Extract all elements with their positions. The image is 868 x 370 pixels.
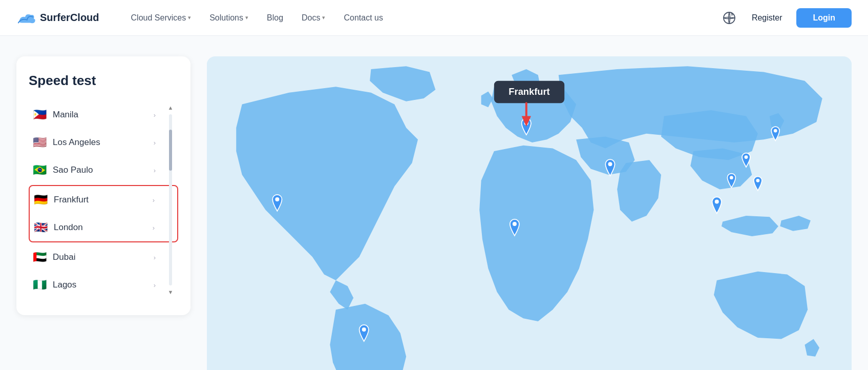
world-map-svg: Frankfurt — [207, 56, 852, 370]
register-button[interactable]: Register — [746, 9, 789, 27]
scroll-up-button[interactable]: ▲ — [166, 103, 175, 112]
scroll-down-button[interactable]: ▼ — [166, 287, 175, 297]
svg-point-8 — [715, 200, 719, 204]
flag-dubai: 🇦🇪 — [33, 251, 47, 264]
nav-item-blog[interactable]: Blog — [260, 9, 290, 27]
flag-sao-paulo: 🇧🇷 — [33, 163, 47, 177]
city-name-manila: Manila — [53, 110, 154, 120]
city-item-sao-paulo[interactable]: 🇧🇷 Sao Paulo › — [29, 156, 178, 184]
svg-point-4 — [362, 327, 366, 332]
city-item-dubai[interactable]: 🇦🇪 Dubai › — [29, 243, 178, 271]
chevron-right-icon: › — [153, 196, 155, 204]
scroll-track — [169, 114, 172, 285]
chevron-down-icon: ▾ — [188, 14, 191, 21]
city-item-lagos[interactable]: 🇳🇬 Lagos › — [29, 271, 178, 299]
flag-london: 🇬🇧 — [34, 221, 48, 234]
city-name-sao-paulo: Sao Paulo — [53, 165, 154, 175]
chevron-right-icon: › — [154, 281, 156, 289]
nav-label-docs: Docs — [302, 13, 320, 23]
city-list-container: 🇵🇭 Manila › 🇺🇸 Los Angeles › 🇧🇷 Sao Paul… — [29, 101, 178, 299]
chevron-right-icon: › — [154, 111, 156, 119]
flag-frankfurt: 🇩🇪 — [34, 193, 48, 207]
chevron-down-icon: ▾ — [245, 14, 248, 21]
chevron-right-icon: › — [154, 139, 156, 147]
city-item-los-angeles[interactable]: 🇺🇸 Los Angeles › — [29, 129, 178, 156]
svg-point-3 — [275, 197, 279, 201]
tooltip-text: Frankfurt — [509, 86, 549, 97]
city-name-london: London — [54, 222, 153, 233]
logo-text: SurferCloud — [40, 12, 99, 24]
chevron-right-icon: › — [154, 254, 156, 261]
chevron-right-icon: › — [153, 224, 155, 232]
nav-links: Cloud Services ▾ Solutions ▾ Blog Docs ▾… — [124, 9, 721, 27]
selected-cities-group: 🇩🇪 Frankfurt › 🇬🇧 London › — [29, 185, 178, 242]
login-button[interactable]: Login — [796, 8, 852, 28]
city-name-lagos: Lagos — [53, 280, 154, 290]
svg-point-6 — [608, 162, 612, 166]
main-content: Speed test 🇵🇭 Manila › 🇺🇸 Los Angeles › — [0, 36, 868, 370]
nav-label-contact: Contact us — [344, 13, 383, 23]
chevron-down-icon: ▾ — [322, 14, 325, 21]
city-name-dubai: Dubai — [53, 252, 154, 262]
svg-point-7 — [513, 222, 517, 226]
flag-los-angeles: 🇺🇸 — [33, 136, 47, 149]
map-area: Frankfurt — [207, 56, 852, 370]
sidebar-card: Speed test 🇵🇭 Manila › 🇺🇸 Los Angeles › — [16, 56, 190, 315]
logo[interactable]: SurferCloud — [16, 8, 99, 28]
nav-label-blog: Blog — [267, 13, 283, 23]
svg-point-12 — [756, 179, 759, 182]
nav-right: $ Register Login — [721, 8, 852, 28]
nav-item-cloud-services[interactable]: Cloud Services ▾ — [124, 9, 199, 27]
city-name-los-angeles: Los Angeles — [53, 137, 154, 148]
nav-item-docs[interactable]: Docs ▾ — [294, 9, 332, 27]
city-item-frankfurt[interactable]: 🇩🇪 Frankfurt › — [30, 186, 177, 214]
flag-manila: 🇵🇭 — [33, 108, 47, 121]
city-item-manila[interactable]: 🇵🇭 Manila › — [29, 101, 178, 129]
nav-label-solutions: Solutions — [209, 13, 243, 23]
currency-icon[interactable]: $ — [721, 10, 737, 26]
nav-item-solutions[interactable]: Solutions ▾ — [202, 9, 256, 27]
city-name-frankfurt: Frankfurt — [54, 195, 153, 205]
nav-item-contact[interactable]: Contact us — [336, 9, 390, 27]
city-item-london[interactable]: 🇬🇧 London › — [30, 214, 177, 241]
scroll-controls: ▲ ▼ — [166, 101, 175, 299]
logo-icon — [16, 8, 36, 28]
city-list: 🇵🇭 Manila › 🇺🇸 Los Angeles › 🇧🇷 Sao Paul… — [29, 101, 178, 299]
nav-label-cloud-services: Cloud Services — [131, 13, 186, 23]
currency-svg: $ — [722, 11, 736, 25]
svg-text:$: $ — [731, 12, 733, 16]
svg-point-10 — [745, 155, 748, 159]
navbar: SurferCloud Cloud Services ▾ Solutions ▾… — [0, 0, 868, 36]
svg-point-9 — [774, 129, 777, 133]
scroll-thumb[interactable] — [169, 130, 172, 171]
flag-lagos: 🇳🇬 — [33, 278, 47, 292]
chevron-right-icon: › — [154, 167, 156, 174]
svg-point-11 — [730, 176, 733, 179]
sidebar-title: Speed test — [29, 73, 178, 89]
